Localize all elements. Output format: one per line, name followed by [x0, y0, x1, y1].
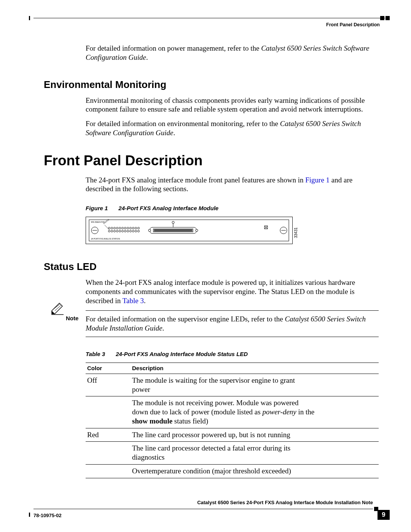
- cell-blank: [318, 428, 379, 442]
- header-rule: [33, 18, 385, 18]
- section-heading-environmental-monitoring: Environmental Monitoring: [44, 79, 379, 91]
- bold-text: show module: [132, 417, 172, 425]
- svg-point-17: [132, 227, 134, 229]
- svg-point-15: [127, 227, 129, 229]
- cell-blank: [318, 374, 379, 396]
- text: For detailed information on power manage…: [86, 44, 261, 52]
- note-top-rule: [86, 310, 379, 311]
- cell-color: Red: [86, 428, 131, 442]
- svg-point-22: [114, 230, 116, 232]
- cell-blank: [318, 396, 379, 428]
- power-reference-paragraph: For detailed information on power manage…: [86, 44, 379, 62]
- svg-point-11: [116, 227, 118, 229]
- table-row: Overtemperature condition (major thresho…: [86, 464, 379, 478]
- cell-description: The line card processor powered up, but …: [131, 428, 318, 442]
- footer-left-tick: [29, 513, 30, 517]
- env-paragraph-2: For detailed information on environmenta…: [86, 119, 379, 137]
- module-svg: WS-X6624-FXS 24 PORT FXS ANALOG STATION …: [86, 217, 301, 244]
- svg-point-10: [114, 227, 116, 229]
- th-description: Description: [131, 363, 318, 374]
- svg-point-13: [122, 227, 124, 229]
- cell-color: Off: [86, 374, 131, 396]
- status-led-table: Color Description Off The module is wait…: [86, 363, 379, 478]
- header-square: [386, 16, 390, 20]
- figure-id: 33431: [294, 227, 298, 238]
- svg-point-19: [138, 227, 140, 229]
- svg-point-37: [148, 229, 151, 232]
- table-caption: Table 324-Port FXS Analog Interface Modu…: [86, 351, 379, 357]
- svg-point-21: [111, 230, 113, 232]
- svg-point-23: [116, 230, 118, 232]
- cell-description: The line card processor detected a fatal…: [131, 442, 318, 465]
- table-title: 24-Port FXS Analog Interface Module Stat…: [116, 351, 248, 357]
- cell-description: The module is waiting for the supervisor…: [131, 374, 318, 396]
- svg-point-35: [172, 221, 174, 224]
- content-area: For detailed information on power manage…: [44, 44, 379, 478]
- th-color: Color: [86, 363, 131, 374]
- svg-point-16: [130, 227, 132, 229]
- svg-rect-33: [154, 230, 192, 230]
- text: .: [162, 324, 164, 332]
- svg-point-28: [130, 230, 132, 232]
- page-number: 9: [378, 510, 390, 520]
- figure-lead: Figure 1: [86, 205, 108, 211]
- table-row: The module is not receiving power. Modul…: [86, 396, 379, 428]
- figure-1-link[interactable]: Figure 1: [305, 176, 330, 184]
- svg-point-26: [124, 230, 126, 232]
- cell-blank: [318, 464, 379, 478]
- table-row: Off The module is waiting for the superv…: [86, 374, 379, 396]
- footer-doc-title: Catalyst 6500 Series 24-Port FXS Analog …: [197, 500, 373, 505]
- text: .: [146, 53, 148, 61]
- note-block: Note For detailed information on the sup…: [86, 310, 379, 337]
- svg-point-12: [119, 227, 121, 229]
- svg-point-29: [132, 230, 134, 232]
- front-panel-paragraph: The 24-port FXS analog interface module …: [86, 176, 379, 194]
- svg-rect-34: [154, 231, 192, 231]
- svg-point-25: [122, 230, 124, 232]
- svg-point-24: [119, 230, 121, 232]
- svg-point-8: [108, 227, 110, 229]
- cell-color: [86, 442, 131, 465]
- header-left-tick: [29, 16, 30, 20]
- table-row: Red The line card processor powered up, …: [86, 428, 379, 442]
- cell-color: [86, 396, 131, 428]
- svg-point-14: [124, 227, 126, 229]
- cell-description: The module is not receiving power. Modul…: [131, 396, 318, 428]
- footer-doc-number: 78-10975-02: [33, 513, 62, 518]
- figure-caption: Figure 124-Port FXS Analog Interface Mod…: [86, 205, 379, 211]
- page: Front Panel Description For detailed inf…: [0, 0, 411, 532]
- header-right-marks: [380, 16, 390, 20]
- table-header-row: Color Description: [86, 363, 379, 374]
- cell-description: Overtemperature condition (major thresho…: [131, 464, 318, 478]
- svg-point-20: [108, 230, 110, 232]
- status-led-paragraph: When the 24-port FXS analog interface mo…: [86, 278, 379, 305]
- svg-point-30: [135, 230, 137, 232]
- chapter-heading-front-panel-description: Front Panel Description: [44, 153, 379, 169]
- text: status field): [172, 417, 208, 425]
- svg-rect-32: [153, 229, 193, 232]
- figure-1-illustration: WS-X6624-FXS 24 PORT FXS ANALOG STATION …: [86, 217, 379, 244]
- text: For detailed information on environmenta…: [86, 120, 280, 128]
- text: in the: [296, 408, 315, 416]
- text: .: [144, 297, 146, 305]
- svg-point-31: [138, 230, 140, 232]
- note-text: For detailed information on the supervis…: [86, 315, 379, 333]
- section-heading-status-led: Status LED: [44, 261, 379, 273]
- note-pencil-icon: [51, 302, 64, 315]
- footer-rule: [33, 509, 373, 509]
- italic-text: power-deny: [262, 408, 296, 416]
- text: For detailed information on the supervis…: [86, 315, 285, 323]
- table-lead: Table 3: [86, 351, 105, 357]
- text: The 24-port FXS analog interface module …: [86, 176, 305, 184]
- note-label: Note: [66, 315, 78, 321]
- running-head: Front Panel Description: [326, 22, 380, 27]
- table-3-link[interactable]: Table 3: [123, 297, 144, 305]
- module-bottom-label: 24 PORT FXS ANALOG STATION: [91, 238, 120, 240]
- svg-point-38: [196, 229, 198, 232]
- env-paragraph-1: Environmental monitoring of chassis comp…: [86, 96, 379, 114]
- note-bottom-rule: [86, 337, 379, 337]
- svg-point-18: [135, 227, 137, 229]
- table-row: The line card processor detected a fatal…: [86, 442, 379, 465]
- svg-point-9: [111, 227, 113, 229]
- cell-color: [86, 464, 131, 478]
